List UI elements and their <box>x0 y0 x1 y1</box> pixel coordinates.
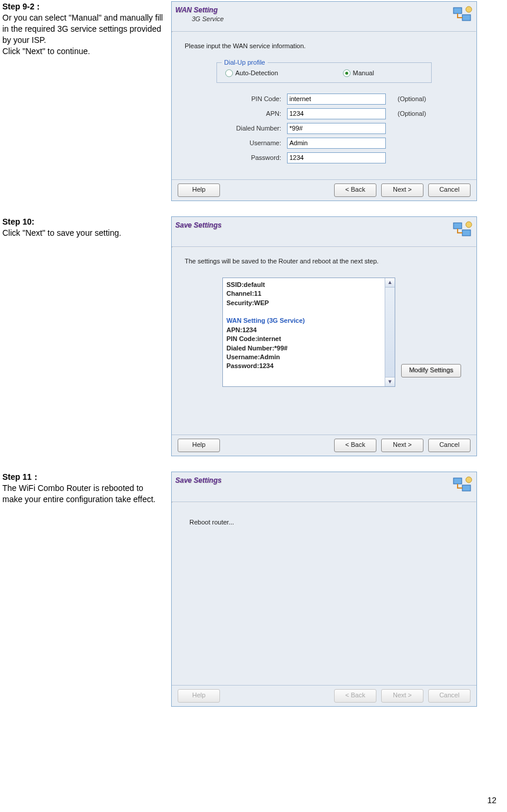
cancel-button[interactable]: Cancel <box>428 183 471 197</box>
step11-text: Step 11： The WiFi Combo Router is reboot… <box>2 472 164 707</box>
username-input[interactable] <box>287 138 386 149</box>
summary-pass: Password:1234 <box>226 362 273 369</box>
save-settings-dialog: Save Settings The settings will be saved… <box>171 216 477 456</box>
dialog-title: WAN Setting <box>175 5 452 15</box>
step10-title: Step 10: <box>2 217 34 226</box>
dialog-subtitle: 3G Service <box>192 15 452 24</box>
password-label: Password: <box>181 153 287 162</box>
help-button[interactable]: Help <box>178 183 220 197</box>
step11-title: Step 11： <box>2 472 40 482</box>
network-icon <box>452 474 473 496</box>
radio-auto-detection[interactable]: Auto-Detection <box>225 69 278 78</box>
dialog-title: Save Settings <box>175 476 452 485</box>
next-button[interactable]: Next > <box>381 439 423 452</box>
reboot-status-text: Reboot router... <box>189 518 467 527</box>
radio-manual-label: Manual <box>353 69 374 78</box>
radio-icon <box>343 69 351 77</box>
svg-rect-4 <box>462 230 471 236</box>
pin-optional: (Optional) <box>398 95 426 103</box>
summary-security: Security:WEP <box>226 299 269 306</box>
username-label: Username: <box>181 139 287 148</box>
network-icon <box>452 4 473 25</box>
summary-pin: PIN Code:internet <box>226 335 281 342</box>
summary-dialed: Dialed Number:*99# <box>226 345 288 352</box>
radio-manual[interactable]: Manual <box>343 69 374 78</box>
svg-rect-1 <box>462 15 471 21</box>
radio-auto-label: Auto-Detection <box>235 69 278 78</box>
instruction-text: The settings will be saved to the Router… <box>185 257 467 266</box>
dialed-label: Dialed Number: <box>181 124 287 133</box>
summary-channel: Channel:11 <box>226 290 261 297</box>
svg-rect-6 <box>453 478 462 484</box>
apn-optional: (Optional) <box>398 109 426 118</box>
legend-label: Dial-Up profile <box>222 58 268 67</box>
svg-point-8 <box>466 477 472 483</box>
help-button[interactable]: Help <box>178 439 220 452</box>
step9-text: Step 9-2： Or you can select "Manual" and… <box>2 1 164 201</box>
scroll-up-icon[interactable]: ▲ <box>385 278 395 288</box>
password-input[interactable] <box>287 152 386 163</box>
svg-rect-7 <box>462 485 471 491</box>
dialup-profile-group: Dial-Up profile Auto-Detection Manual <box>216 62 432 83</box>
summary-textarea[interactable]: SSID:default Channel:11 Security:WEP WAN… <box>222 278 395 387</box>
step9-title: Step 9-2： <box>2 2 42 11</box>
wan-setting-dialog: WAN Setting 3G Service Please input the … <box>171 1 477 201</box>
svg-point-2 <box>466 6 472 12</box>
summary-ssid: SSID:default <box>226 281 265 288</box>
reboot-dialog: Save Settings Reboot router... Help < Ba… <box>171 472 477 707</box>
radio-icon <box>225 69 233 77</box>
apn-input[interactable] <box>287 108 386 119</box>
svg-rect-3 <box>453 223 462 229</box>
scrollbar[interactable]: ▲ ▼ <box>385 278 395 386</box>
scroll-down-icon[interactable]: ▼ <box>385 377 395 386</box>
svg-rect-0 <box>453 8 462 14</box>
summary-wan-heading: WAN Setting (3G Service) <box>226 317 305 324</box>
step10-text: Step 10: Click "Next" to save your setti… <box>2 216 164 456</box>
apn-label: APN: <box>181 109 287 118</box>
back-button[interactable]: < Back <box>334 183 376 197</box>
modify-settings-button[interactable]: Modify Settings <box>401 364 461 377</box>
step11-body: The WiFi Combo Router is rebooted to mak… <box>2 483 155 504</box>
back-button[interactable]: < Back <box>334 439 376 452</box>
cancel-button: Cancel <box>428 689 471 703</box>
instruction-text: Please input the WAN service information… <box>185 42 467 51</box>
summary-apn: APN:1234 <box>226 326 256 333</box>
step9-body2: Click "Next" to continue. <box>2 46 90 56</box>
dialed-input[interactable] <box>287 123 386 134</box>
network-icon <box>452 219 473 240</box>
pin-label: PIN Code: <box>181 95 287 103</box>
help-button: Help <box>178 689 220 703</box>
step9-body1: Or you can select "Manual" and manually … <box>2 13 163 45</box>
next-button[interactable]: Next > <box>381 183 423 197</box>
pin-input[interactable] <box>287 93 386 105</box>
step10-body: Click "Next" to save your setting. <box>2 228 121 238</box>
summary-user: Username:Admin <box>226 353 280 360</box>
svg-point-5 <box>466 222 472 228</box>
back-button: < Back <box>334 689 376 703</box>
page-number: 12 <box>487 795 496 806</box>
dialog-title: Save Settings <box>175 220 452 230</box>
next-button: Next > <box>381 689 423 703</box>
cancel-button[interactable]: Cancel <box>428 439 471 452</box>
